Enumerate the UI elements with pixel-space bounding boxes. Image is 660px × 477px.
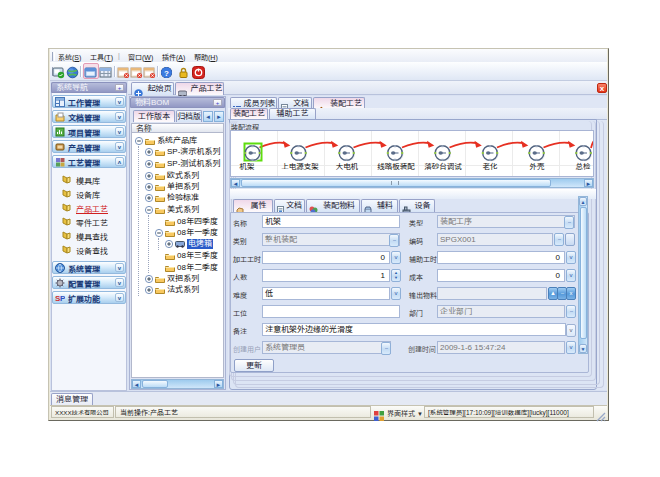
svg-text:?: ? — [164, 69, 169, 78]
svg-text:P: P — [60, 294, 65, 303]
